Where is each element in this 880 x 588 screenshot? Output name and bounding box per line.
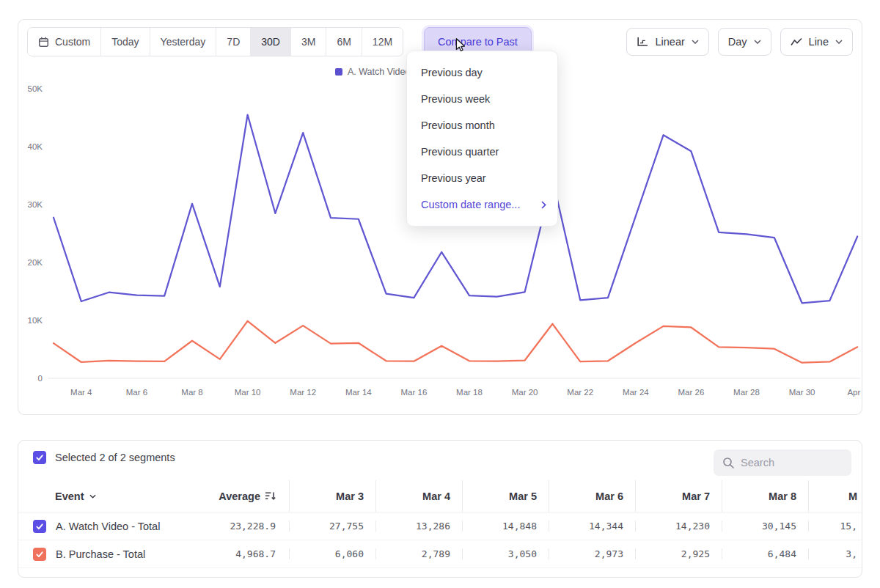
chart-card: Custom TodayYesterday7D30D3M6M12M Compar… bbox=[18, 19, 862, 415]
average-header-label: Average bbox=[219, 490, 260, 502]
x-axis-label: Mar 6 bbox=[126, 388, 147, 397]
segments-table: Event Average Mar 3Mar 4Mar 5Mar 6Mar 7M… bbox=[18, 480, 862, 568]
search-input[interactable] bbox=[741, 457, 843, 468]
column-header-mar-6[interactable]: Mar 6 bbox=[549, 480, 636, 512]
chart-type-dropdown[interactable]: Line bbox=[780, 28, 853, 56]
x-axis-label: Mar 8 bbox=[181, 388, 202, 397]
cell-value: 14,344 bbox=[549, 521, 636, 532]
compare-menu-item-3[interactable]: Previous quarter bbox=[407, 139, 557, 165]
chevron-right-icon bbox=[541, 201, 546, 209]
column-header-event[interactable]: Event bbox=[18, 490, 194, 502]
table-row: B. Purchase - Total4,968.76,0602,7893,05… bbox=[18, 540, 862, 568]
column-header-mar-5[interactable]: Mar 5 bbox=[463, 480, 549, 512]
series-line-1[interactable] bbox=[54, 321, 857, 363]
chevron-down-icon bbox=[754, 40, 761, 44]
y-axis-label: 10K bbox=[28, 316, 43, 325]
x-axis-label: Mar 16 bbox=[401, 388, 428, 397]
search-icon bbox=[722, 457, 735, 469]
compare-menu-item-0[interactable]: Previous day bbox=[407, 59, 557, 86]
x-axis-label: Mar 30 bbox=[789, 388, 815, 397]
range-button-6m[interactable]: 6M bbox=[326, 28, 362, 56]
column-header-mar-7[interactable]: Mar 7 bbox=[636, 480, 722, 512]
x-axis-label: Mar 26 bbox=[678, 388, 705, 397]
column-header-m[interactable]: M bbox=[809, 480, 862, 512]
scale-dropdown[interactable]: Linear bbox=[626, 28, 708, 56]
range-button-yesterday[interactable]: Yesterday bbox=[150, 28, 217, 56]
table-row: A. Watch Video - Total23,228.927,75513,2… bbox=[18, 512, 862, 540]
cell-value: 14,230 bbox=[636, 521, 722, 532]
date-range-group: Custom TodayYesterday7D30D3M6M12M bbox=[27, 27, 403, 56]
x-axis-label: Mar 12 bbox=[290, 388, 316, 397]
x-axis-label: Mar 20 bbox=[512, 388, 538, 397]
cell-value: 3,050 bbox=[463, 548, 549, 559]
row-checkbox[interactable] bbox=[33, 548, 46, 561]
y-axis-label: 50K bbox=[28, 84, 43, 93]
compare-menu-list: Previous dayPrevious weekPrevious monthP… bbox=[407, 59, 557, 191]
sort-descending-icon bbox=[265, 491, 276, 501]
check-icon bbox=[35, 550, 44, 559]
range-button-today[interactable]: Today bbox=[101, 28, 150, 56]
range-button-12m[interactable]: 12M bbox=[362, 28, 403, 56]
interval-dropdown[interactable]: Day bbox=[718, 28, 771, 56]
custom-date-label: Custom bbox=[55, 36, 90, 48]
calendar-icon bbox=[38, 37, 49, 48]
range-button-3m[interactable]: 3M bbox=[291, 28, 326, 56]
y-axis-label: 20K bbox=[28, 258, 43, 267]
y-axis-label: 40K bbox=[28, 142, 43, 151]
custom-range-label: Custom date range... bbox=[421, 199, 520, 210]
x-axis-label: Apr 1 bbox=[847, 388, 862, 397]
y-axis-label: 0 bbox=[38, 374, 43, 383]
event-header-label: Event bbox=[55, 490, 84, 502]
interval-dropdown-label: Day bbox=[728, 36, 747, 48]
check-icon bbox=[35, 453, 44, 462]
line-chart-icon bbox=[791, 37, 802, 46]
compare-menu-item-4[interactable]: Previous year bbox=[407, 165, 557, 191]
column-header-mar-3[interactable]: Mar 3 bbox=[290, 480, 376, 512]
scale-dropdown-label: Linear bbox=[655, 36, 684, 48]
row-label: B. Purchase - Total bbox=[56, 548, 145, 560]
compare-menu-item-2[interactable]: Previous month bbox=[407, 112, 557, 139]
cell-value: 14,848 bbox=[463, 521, 549, 532]
table-header-row: Event Average Mar 3Mar 4Mar 5Mar 6Mar 7M… bbox=[18, 480, 862, 512]
compare-menu-item-1[interactable]: Previous week bbox=[407, 86, 557, 112]
x-axis-label: Mar 24 bbox=[623, 388, 649, 397]
chevron-down-icon bbox=[835, 40, 843, 44]
column-header-mar-4[interactable]: Mar 4 bbox=[376, 480, 463, 512]
column-header-average[interactable]: Average bbox=[194, 480, 290, 512]
cell-value: 6,060 bbox=[290, 548, 376, 559]
segments-card: Selected 2 of 2 segments Event Average bbox=[18, 440, 862, 578]
selected-segments-text: Selected 2 of 2 segments bbox=[55, 452, 175, 463]
chevron-down-icon bbox=[89, 494, 96, 499]
select-all-checkbox[interactable] bbox=[33, 451, 46, 464]
x-axis-label: Mar 4 bbox=[70, 388, 92, 397]
y-axis-label: 30K bbox=[28, 200, 43, 209]
legend-swatch-icon bbox=[335, 68, 342, 76]
range-button-30d[interactable]: 30D bbox=[251, 28, 291, 56]
chart-type-dropdown-label: Line bbox=[809, 36, 829, 48]
linear-axis-icon bbox=[637, 37, 648, 47]
segments-header: Selected 2 of 2 segments bbox=[33, 451, 175, 464]
compare-menu: Previous dayPrevious weekPrevious monthP… bbox=[406, 51, 558, 227]
range-button-7d[interactable]: 7D bbox=[216, 28, 251, 56]
column-header-mar-8[interactable]: Mar 8 bbox=[722, 480, 809, 512]
cell-value: 4,968.7 bbox=[194, 548, 290, 559]
custom-date-button[interactable]: Custom bbox=[28, 28, 101, 56]
row-label-cell: A. Watch Video - Total bbox=[18, 520, 194, 533]
search-box[interactable] bbox=[714, 449, 851, 476]
cell-value: 27,755 bbox=[290, 521, 376, 532]
cell-value: 2,973 bbox=[549, 548, 636, 559]
row-label-cell: B. Purchase - Total bbox=[18, 548, 194, 561]
cell-value: 23,228.9 bbox=[194, 521, 290, 532]
row-label: A. Watch Video - Total bbox=[56, 521, 160, 532]
chevron-down-icon bbox=[692, 40, 699, 44]
cell-value: 6,484 bbox=[722, 548, 809, 559]
cursor-icon bbox=[452, 37, 468, 53]
cell-value: 2,789 bbox=[376, 548, 463, 559]
compare-menu-item-custom-range[interactable]: Custom date range... bbox=[407, 191, 557, 218]
cell-value: 13,286 bbox=[376, 521, 463, 532]
cell-value: 2,925 bbox=[636, 548, 722, 559]
row-checkbox[interactable] bbox=[33, 520, 46, 533]
check-icon bbox=[35, 522, 44, 531]
cell-value: 30,145 bbox=[722, 521, 809, 532]
x-axis-label: Mar 18 bbox=[456, 388, 483, 397]
